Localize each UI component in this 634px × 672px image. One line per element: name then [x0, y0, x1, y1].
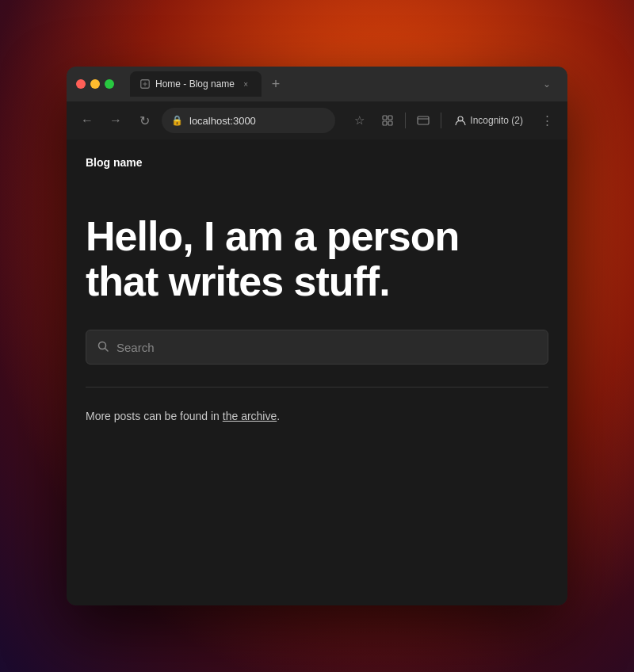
browser-window: Home - Blog name × + ⌄ ← → ↻ 🔒 localhost… — [67, 67, 567, 605]
search-icon — [97, 341, 109, 354]
tab-dropdown-button[interactable]: ⌄ — [536, 73, 558, 95]
search-box[interactable]: Search — [86, 330, 548, 365]
back-button[interactable]: ← — [76, 109, 98, 132]
maximize-button[interactable] — [105, 79, 114, 89]
incognito-icon — [454, 114, 467, 127]
forward-button[interactable]: → — [105, 109, 127, 132]
svg-rect-5 — [418, 116, 429, 124]
reload-button[interactable]: ↻ — [133, 109, 155, 132]
blog-name: Blog name — [86, 156, 143, 169]
hero-title: Hello, I am a person that writes stuff. — [86, 214, 548, 304]
tab-close-button[interactable]: × — [239, 78, 252, 90]
tab-title: Home - Blog name — [155, 78, 235, 90]
svg-rect-2 — [388, 116, 392, 120]
svg-rect-3 — [383, 121, 387, 125]
archive-prefix: More posts can be found in — [86, 410, 223, 422]
svg-rect-1 — [383, 116, 387, 120]
tab-favicon-icon — [139, 78, 151, 90]
page-header: Blog name — [67, 139, 567, 182]
active-tab[interactable]: Home - Blog name × — [130, 71, 262, 97]
traffic-lights — [76, 79, 114, 89]
toolbar-divider — [405, 113, 406, 128]
lock-icon: 🔒 — [171, 115, 183, 126]
content-divider — [86, 387, 548, 388]
archive-suffix: . — [277, 410, 280, 422]
svg-rect-4 — [388, 121, 392, 125]
extensions-icon — [381, 114, 394, 127]
url-text: localhost:3000 — [189, 115, 326, 127]
tab-bar: Home - Blog name × + ⌄ — [130, 71, 558, 97]
profile-button[interactable] — [412, 109, 434, 132]
page-content: Blog name Hello, I am a person that writ… — [67, 139, 567, 605]
url-bar[interactable]: 🔒 localhost:3000 — [162, 108, 335, 133]
new-tab-button[interactable]: + — [265, 73, 287, 95]
toolbar-divider2 — [441, 113, 441, 128]
close-button[interactable] — [76, 79, 86, 89]
extensions-button[interactable] — [376, 109, 399, 132]
profile-icon — [417, 114, 430, 127]
menu-button[interactable]: ⋮ — [536, 109, 558, 132]
bookmark-button[interactable]: ☆ — [348, 109, 370, 132]
address-actions: ☆ — [348, 109, 558, 132]
page-main: Hello, I am a person that writes stuff. … — [67, 182, 567, 446]
search-placeholder: Search — [116, 341, 155, 354]
incognito-button[interactable]: Incognito (2) — [448, 111, 529, 130]
incognito-label: Incognito (2) — [470, 115, 523, 126]
archive-link[interactable]: the archive — [223, 410, 277, 422]
address-bar: ← → ↻ 🔒 localhost:3000 ☆ — [67, 101, 567, 139]
archive-paragraph: More posts can be found in the archive. — [86, 410, 548, 422]
minimize-button[interactable] — [90, 79, 100, 89]
title-bar: Home - Blog name × + ⌄ — [67, 67, 567, 101]
